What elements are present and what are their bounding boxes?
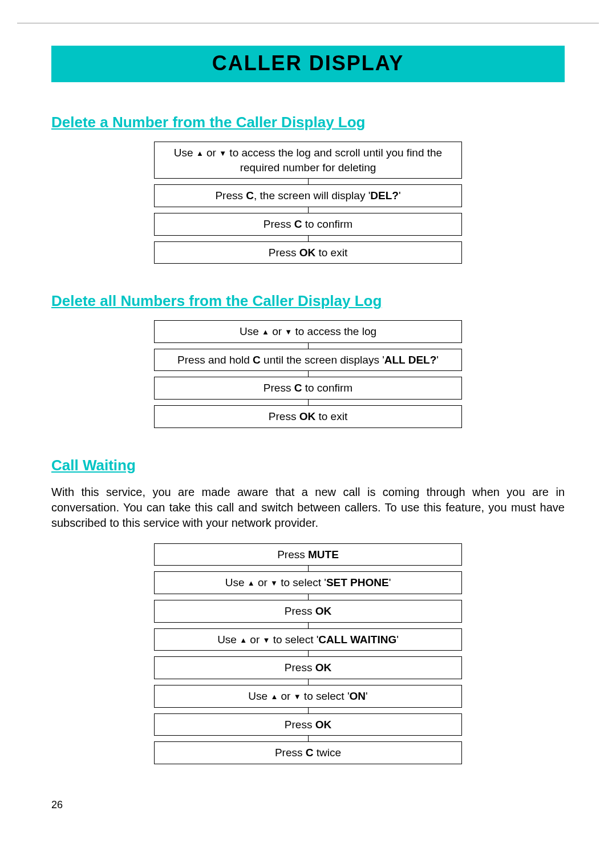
step-box: Press C to confirm	[154, 213, 462, 236]
step-box: Use ▲ or ▼ to select 'ON'	[154, 685, 462, 708]
section3-title: Call Waiting	[51, 457, 565, 474]
step-box: Press OK to exit	[154, 405, 462, 428]
section1-steps: Use ▲ or ▼ to access the log and scroll …	[154, 142, 462, 264]
section3-steps: Press MUTEUse ▲ or ▼ to select 'SET PHON…	[154, 543, 462, 764]
step-connector	[308, 207, 309, 213]
step-connector	[308, 594, 309, 600]
step-connector	[308, 679, 309, 685]
step-box: Use ▲ or ▼ to select 'SET PHONE'	[154, 571, 462, 594]
top-rule	[17, 23, 599, 23]
step-box: Press OK	[154, 713, 462, 736]
section2-steps: Use ▲ or ▼ to access the logPress and ho…	[154, 320, 462, 428]
step-connector	[308, 708, 309, 713]
section3-body: With this service, you are made aware th…	[51, 485, 565, 531]
step-connector	[308, 371, 309, 377]
step-connector	[308, 651, 309, 656]
step-connector	[308, 400, 309, 405]
step-connector	[308, 566, 309, 571]
step-box: Use ▲ or ▼ to access the log	[154, 320, 462, 343]
step-connector	[308, 736, 309, 741]
step-box: Use ▲ or ▼ to access the log and scroll …	[154, 142, 462, 179]
section1-title: Delete a Number from the Caller Display …	[51, 114, 565, 131]
step-connector	[308, 236, 309, 241]
page-number: 26	[51, 799, 63, 811]
manual-page: CALLER DISPLAY Delete a Number from the …	[0, 0, 616, 851]
step-box: Press C, the screen will display 'DEL?'	[154, 184, 462, 207]
step-box: Press OK to exit	[154, 241, 462, 264]
step-connector	[308, 343, 309, 349]
step-box: Press OK	[154, 656, 462, 679]
step-box: Use ▲ or ▼ to select 'CALL WAITING'	[154, 628, 462, 651]
step-box: Press MUTE	[154, 543, 462, 566]
step-box: Press and hold C until the screen displa…	[154, 349, 462, 372]
page-banner: CALLER DISPLAY	[51, 46, 565, 82]
section2-title: Delete all Numbers from the Caller Displ…	[51, 292, 565, 310]
step-connector	[308, 623, 309, 628]
step-box: Press C twice	[154, 741, 462, 764]
step-box: Press C to confirm	[154, 377, 462, 400]
step-box: Press OK	[154, 600, 462, 623]
step-connector	[308, 179, 309, 184]
